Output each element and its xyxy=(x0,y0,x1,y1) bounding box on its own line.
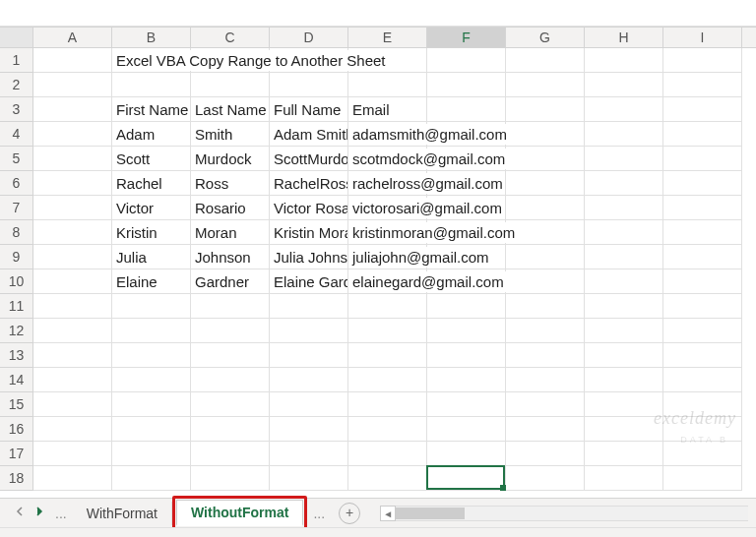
cell[interactable] xyxy=(33,417,112,442)
cell[interactable] xyxy=(191,417,270,442)
cell[interactable] xyxy=(663,220,742,245)
row-header[interactable]: 9 xyxy=(0,245,33,269)
row-header[interactable]: 6 xyxy=(0,171,33,196)
cell[interactable] xyxy=(663,319,742,343)
cell[interactable]: Last Name xyxy=(191,97,270,122)
cell[interactable] xyxy=(663,368,742,392)
column-header[interactable]: G xyxy=(506,28,585,47)
row-header[interactable]: 1 xyxy=(0,48,33,73)
cell[interactable] xyxy=(585,417,663,442)
tab-overflow-more[interactable]: ... xyxy=(307,506,331,521)
cell[interactable] xyxy=(585,122,663,147)
cell[interactable]: Julia Johnson xyxy=(270,245,348,269)
column-header[interactable]: C xyxy=(191,28,270,47)
cell[interactable]: RachelRoss xyxy=(270,171,348,196)
row-header[interactable]: 16 xyxy=(0,417,33,442)
cell[interactable] xyxy=(506,269,585,294)
cell[interactable] xyxy=(270,466,348,491)
cell[interactable] xyxy=(112,343,191,368)
cell[interactable]: Moran xyxy=(191,220,270,245)
cell[interactable] xyxy=(112,392,191,417)
cell[interactable] xyxy=(506,368,585,392)
cell[interactable] xyxy=(191,368,270,392)
row-header[interactable]: 5 xyxy=(0,147,33,171)
cell[interactable]: kristinmoran@gmail.com xyxy=(348,220,427,245)
row-header[interactable]: 11 xyxy=(0,294,33,319)
cell[interactable]: Elaine Gardner xyxy=(270,269,348,294)
row-header[interactable]: 10 xyxy=(0,269,33,294)
cell[interactable] xyxy=(33,319,112,343)
cell[interactable] xyxy=(427,392,506,417)
cell[interactable] xyxy=(585,245,663,269)
cell[interactable] xyxy=(585,269,663,294)
cell[interactable] xyxy=(270,294,348,319)
cell[interactable] xyxy=(33,48,112,73)
cell[interactable] xyxy=(585,442,663,466)
cell[interactable] xyxy=(33,147,112,171)
cell[interactable]: Murdock xyxy=(191,147,270,171)
cell[interactable] xyxy=(506,122,585,147)
sheet-tab-withformat[interactable]: WithFormat xyxy=(73,502,172,525)
tab-nav-prev[interactable] xyxy=(10,504,30,523)
cell[interactable]: Julia xyxy=(112,245,191,269)
cell[interactable] xyxy=(506,319,585,343)
cell[interactable]: juliajohn@gmail.com xyxy=(348,245,427,269)
cell[interactable] xyxy=(427,417,506,442)
cell[interactable] xyxy=(427,343,506,368)
cell[interactable] xyxy=(585,147,663,171)
cell[interactable] xyxy=(585,392,663,417)
column-header[interactable]: I xyxy=(663,28,742,47)
tab-nav-more[interactable]: ... xyxy=(49,506,73,521)
cell[interactable] xyxy=(506,442,585,466)
cell[interactable] xyxy=(663,269,742,294)
cell[interactable] xyxy=(348,294,427,319)
cell[interactable]: victorosari@gmail.com xyxy=(348,196,427,220)
row-header[interactable]: 14 xyxy=(0,368,33,392)
hscroll-left[interactable]: ◄ xyxy=(380,506,396,521)
column-header[interactable]: B xyxy=(112,28,191,47)
row-header[interactable]: 17 xyxy=(0,442,33,466)
cell[interactable] xyxy=(33,220,112,245)
cell[interactable] xyxy=(191,294,270,319)
cell[interactable] xyxy=(506,392,585,417)
cell[interactable] xyxy=(427,319,506,343)
cell[interactable] xyxy=(270,417,348,442)
cell[interactable]: Elaine xyxy=(112,269,191,294)
cell[interactable]: Full Name xyxy=(270,97,348,122)
column-header[interactable]: A xyxy=(33,28,112,47)
cell[interactable] xyxy=(663,196,742,220)
cell[interactable] xyxy=(506,196,585,220)
cell[interactable] xyxy=(270,319,348,343)
cell[interactable] xyxy=(33,368,112,392)
cell[interactable] xyxy=(112,73,191,97)
cell[interactable]: Scott xyxy=(112,147,191,171)
cell[interactable] xyxy=(348,442,427,466)
cell[interactable] xyxy=(33,171,112,196)
new-sheet-button[interactable]: + xyxy=(339,503,360,524)
cell[interactable]: elainegard@gmail.com xyxy=(348,269,427,294)
cell[interactable] xyxy=(506,73,585,97)
cell[interactable] xyxy=(112,319,191,343)
cell[interactable] xyxy=(348,368,427,392)
cell[interactable] xyxy=(112,417,191,442)
cell[interactable] xyxy=(191,319,270,343)
hscroll-track[interactable] xyxy=(396,506,748,521)
cell[interactable] xyxy=(506,48,585,73)
cell[interactable] xyxy=(663,343,742,368)
cell[interactable]: First Name xyxy=(112,97,191,122)
cell[interactable] xyxy=(506,294,585,319)
cell[interactable] xyxy=(506,171,585,196)
cell[interactable] xyxy=(270,73,348,97)
hscroll-thumb[interactable] xyxy=(396,507,465,519)
cell[interactable] xyxy=(427,294,506,319)
horizontal-scrollbar[interactable]: ◄ xyxy=(380,506,748,521)
cell[interactable] xyxy=(270,368,348,392)
cell[interactable]: Adam xyxy=(112,122,191,147)
cell[interactable]: Johnson xyxy=(191,245,270,269)
cell[interactable] xyxy=(663,48,742,73)
cell[interactable] xyxy=(348,73,427,97)
cell[interactable]: Email xyxy=(348,97,427,122)
cell[interactable] xyxy=(427,48,506,73)
cell[interactable] xyxy=(348,343,427,368)
cell[interactable] xyxy=(506,466,585,491)
